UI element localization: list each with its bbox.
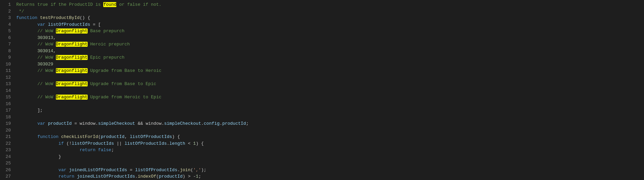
code-line-9: 9 // WoW Dragonflight Epic prepurch <box>0 54 644 61</box>
line-number-19: 19 <box>3 120 16 127</box>
code-line-25: 25 <box>0 160 644 167</box>
code-line-1: 1 Returns true if the ProductID is found… <box>0 1 644 8</box>
line-number-16: 16 <box>3 101 16 107</box>
line-number-23: 23 <box>3 147 16 154</box>
line-number-14: 14 <box>3 87 16 94</box>
line-content-7: // WoW Dragonflight Heroic prepurch <box>16 41 641 48</box>
line-number-6: 6 <box>3 35 16 41</box>
code-line-7: 7 // WoW Dragonflight Heroic prepurch <box>0 41 644 48</box>
line-number-2: 2 <box>3 8 16 15</box>
line-number-24: 24 <box>3 154 16 160</box>
highlight-dragonflight-5: Dragonflight <box>56 28 88 34</box>
line-content-4: var listOfProductIds = [ <box>16 21 641 28</box>
line-number-8: 8 <box>3 48 16 55</box>
code-line-17: 17 ]; <box>0 107 644 114</box>
line-number-12: 12 <box>3 74 16 81</box>
code-editor: 1 Returns true if the ProductID is found… <box>0 0 644 180</box>
code-line-20: 20 <box>0 127 644 134</box>
line-number-22: 22 <box>3 140 16 147</box>
code-line-18: 18 <box>0 114 644 121</box>
highlight-dragonflight-7: Dragonflight <box>56 42 88 47</box>
line-content-24: } <box>16 154 641 160</box>
code-line-6: 6 303013, <box>0 35 644 41</box>
line-number-7: 7 <box>3 41 16 48</box>
code-line-5: 5 // WoW Dragonflight Base prepurch <box>0 28 644 35</box>
line-content-11: // WoW Dragonflight Upgrade from Base to… <box>16 67 641 74</box>
code-line-11: 11 // WoW Dragonflight Upgrade from Base… <box>0 67 644 74</box>
code-line-15: 15 // WoW Dragonflight Upgrade from Hero… <box>0 94 644 101</box>
code-line-19: 19 var productId = window.simpleCheckout… <box>0 120 644 127</box>
line-content-5: // WoW Dragonflight Base prepurch <box>16 28 641 35</box>
line-number-9: 9 <box>3 54 16 61</box>
line-content-26: var joinedListOfProductIds = listOfProdu… <box>16 167 641 174</box>
highlight-dragonflight-11: Dragonflight <box>56 68 88 73</box>
highlight-found: found <box>103 2 116 7</box>
line-content-23: return false; <box>16 147 641 154</box>
line-number-26: 26 <box>3 167 16 174</box>
line-number-11: 11 <box>3 67 16 74</box>
line-content-13: // WoW Dragonflight Upgrade from Base to… <box>16 81 641 87</box>
line-number-21: 21 <box>3 134 16 140</box>
line-number-1: 1 <box>3 1 16 8</box>
line-content-16 <box>16 101 641 107</box>
line-number-5: 5 <box>3 28 16 35</box>
code-line-16: 16 <box>0 101 644 107</box>
highlight-dragonflight-15: Dragonflight <box>56 95 88 100</box>
line-content-17: ]; <box>16 107 641 114</box>
line-number-13: 13 <box>3 81 16 87</box>
code-line-12: 12 <box>0 74 644 81</box>
code-line-24: 24 } <box>0 154 644 160</box>
line-content-8: 303014, <box>16 48 641 55</box>
line-content-10: 303029 <box>16 61 641 68</box>
line-content-21: function checkListForId(productId, listO… <box>16 134 641 140</box>
code-line-4: 4 var listOfProductIds = [ <box>0 21 644 28</box>
code-line-3: 3 function testProductById() { <box>0 15 644 21</box>
code-line-2: 2 */ <box>0 8 644 15</box>
line-content-12 <box>16 74 641 81</box>
highlight-dragonflight-9: Dragonflight <box>56 55 88 60</box>
line-content-6: 303013, <box>16 35 641 41</box>
line-content-2: */ <box>16 8 641 15</box>
code-line-27: 27 return joinedListOfProductIds.indexOf… <box>0 173 644 180</box>
line-content-19: var productId = window.simpleCheckout &&… <box>16 120 641 127</box>
code-line-14: 14 <box>0 87 644 94</box>
line-number-17: 17 <box>3 107 16 114</box>
line-number-27: 27 <box>3 173 16 180</box>
code-line-21: 21 function checkListForId(productId, li… <box>0 134 644 140</box>
code-line-13: 13 // WoW Dragonflight Upgrade from Base… <box>0 81 644 87</box>
line-content-22: if (!listOfProductIds || listOfProductId… <box>16 140 641 147</box>
line-number-20: 20 <box>3 127 16 134</box>
code-line-26: 26 var joinedListOfProductIds = listOfPr… <box>0 167 644 174</box>
line-content-3: function testProductById() { <box>16 15 641 21</box>
line-content-14 <box>16 87 641 94</box>
code-line-23: 23 return false; <box>0 147 644 154</box>
line-number-25: 25 <box>3 160 16 167</box>
highlight-dragonflight-13: Dragonflight <box>56 81 88 86</box>
line-content-9: // WoW Dragonflight Epic prepurch <box>16 54 641 61</box>
line-content-27: return joinedListOfProductIds.indexOf(pr… <box>16 173 641 180</box>
line-number-4: 4 <box>3 21 16 28</box>
line-number-3: 3 <box>3 15 16 21</box>
line-number-18: 18 <box>3 114 16 121</box>
line-content-18 <box>16 114 641 121</box>
line-content-1: Returns true if the ProductID is found o… <box>16 1 641 8</box>
line-content-20 <box>16 127 641 134</box>
code-line-8: 8 303014, <box>0 48 644 55</box>
code-line-10: 10 303029 <box>0 61 644 68</box>
line-content-25 <box>16 160 641 167</box>
code-line-22: 22 if (!listOfProductIds || listOfProduc… <box>0 140 644 147</box>
line-number-15: 15 <box>3 94 16 101</box>
line-number-10: 10 <box>3 61 16 68</box>
line-content-15: // WoW Dragonflight Upgrade from Heroic … <box>16 94 641 101</box>
